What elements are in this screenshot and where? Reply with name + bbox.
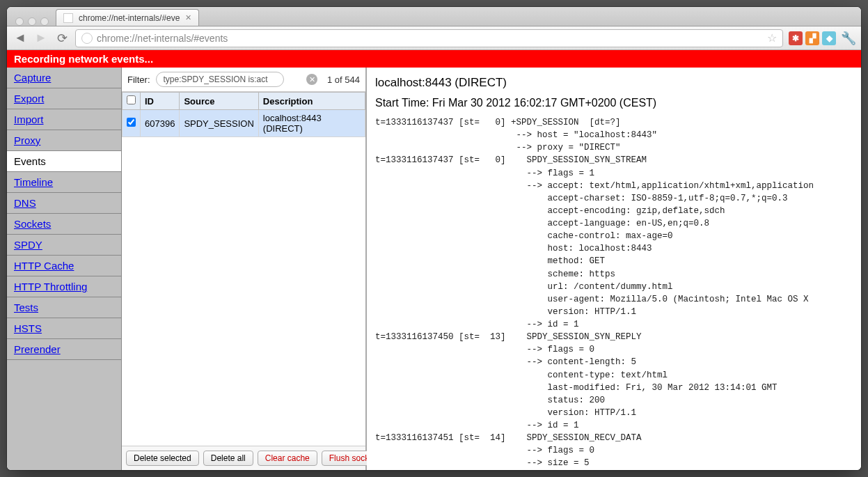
sidebar-item-export[interactable]: Export bbox=[7, 88, 121, 109]
filter-row: Filter: ✕ 1 of 544 bbox=[122, 68, 365, 92]
row-checkbox[interactable] bbox=[127, 118, 136, 127]
sidebar-item-events[interactable]: Events bbox=[7, 151, 121, 172]
tab-strip: chrome://net-internals/#eve ✕ bbox=[7, 7, 861, 26]
cell-description: localhost:8443 (DIRECT) bbox=[258, 110, 365, 137]
clear-cache-button[interactable]: Clear cache bbox=[258, 451, 317, 466]
back-button[interactable]: ◄ bbox=[13, 31, 28, 46]
site-info-icon[interactable] bbox=[81, 33, 93, 44]
column-header-id[interactable]: ID bbox=[141, 93, 180, 110]
filter-input[interactable] bbox=[156, 72, 284, 87]
sidebar-item-import[interactable]: Import bbox=[7, 109, 121, 130]
recording-banner: Recording network events... bbox=[7, 50, 861, 68]
column-header-description[interactable]: Description bbox=[258, 93, 365, 110]
sidebar-item-http-throttling[interactable]: HTTP Throttling bbox=[7, 276, 121, 297]
extension-icons: ✱▞◆ bbox=[789, 31, 836, 45]
column-header-source[interactable]: Source bbox=[180, 93, 258, 110]
url-text: chrome://net-internals/#events bbox=[97, 33, 763, 44]
browser-toolbar: ◄ ► ⟳ chrome://net-internals/#events ☆ ✱… bbox=[7, 26, 861, 50]
sidebar-item-prerender[interactable]: Prerender bbox=[7, 339, 121, 360]
delete-selected-button[interactable]: Delete selected bbox=[126, 451, 199, 466]
forward-button[interactable]: ► bbox=[33, 31, 49, 46]
events-table: ID Source Description 607396SPDY_SESSION… bbox=[122, 92, 365, 137]
sidebar-item-capture[interactable]: Capture bbox=[7, 68, 121, 88]
minimize-window-icon[interactable] bbox=[28, 17, 36, 26]
extension-icon[interactable]: ◆ bbox=[822, 31, 836, 45]
extension-icon[interactable]: ▞ bbox=[805, 31, 819, 45]
detail-start-time: Start Time: Fri Mar 30 2012 16:02:17 GMT… bbox=[375, 97, 853, 109]
zoom-window-icon[interactable] bbox=[40, 17, 49, 26]
sidebar-item-timeline[interactable]: Timeline bbox=[7, 172, 121, 193]
reload-button[interactable]: ⟳ bbox=[54, 31, 70, 46]
clear-filter-icon[interactable]: ✕ bbox=[306, 74, 317, 85]
sidebar: CaptureExportImportProxyEventsTimelineDN… bbox=[7, 68, 122, 470]
close-window-icon[interactable] bbox=[15, 17, 24, 26]
window-controls[interactable] bbox=[11, 13, 56, 26]
browser-window: chrome://net-internals/#eve ✕ ◄ ► ⟳ chro… bbox=[7, 7, 861, 470]
close-tab-icon[interactable]: ✕ bbox=[185, 13, 191, 22]
select-all-header[interactable] bbox=[123, 93, 141, 110]
detail-title: localhost:8443 (DIRECT) bbox=[375, 76, 853, 90]
delete-all-button[interactable]: Delete all bbox=[203, 451, 253, 466]
browser-tab[interactable]: chrome://net-internals/#eve ✕ bbox=[56, 9, 199, 26]
sidebar-item-tests[interactable]: Tests bbox=[7, 297, 121, 318]
table-row[interactable]: 607396SPDY_SESSIONlocalhost:8443 (DIRECT… bbox=[123, 110, 365, 137]
action-button-row: Delete selected Delete all Clear cache F… bbox=[122, 446, 365, 470]
filter-count: 1 of 544 bbox=[327, 75, 360, 85]
sidebar-item-spdy[interactable]: SPDY bbox=[7, 235, 121, 256]
tab-title: chrome://net-internals/#eve bbox=[79, 13, 180, 23]
content-area: CaptureExportImportProxyEventsTimelineDN… bbox=[7, 68, 861, 470]
sidebar-item-http-cache[interactable]: HTTP Cache bbox=[7, 256, 121, 276]
bookmark-star-icon[interactable]: ☆ bbox=[767, 31, 777, 45]
address-bar[interactable]: chrome://net-internals/#events ☆ bbox=[75, 29, 783, 47]
sidebar-item-dns[interactable]: DNS bbox=[7, 193, 121, 214]
sidebar-item-sockets[interactable]: Sockets bbox=[7, 214, 121, 235]
event-detail-panel: localhost:8443 (DIRECT) Start Time: Fri … bbox=[367, 68, 861, 470]
cell-source: SPDY_SESSION bbox=[180, 110, 258, 137]
tab-favicon-icon bbox=[63, 13, 73, 23]
wrench-menu-icon[interactable]: 🔧 bbox=[842, 31, 855, 45]
sidebar-item-hsts[interactable]: HSTS bbox=[7, 318, 121, 339]
sidebar-item-proxy[interactable]: Proxy bbox=[7, 130, 121, 151]
extension-icon[interactable]: ✱ bbox=[789, 31, 803, 45]
select-all-checkbox[interactable] bbox=[127, 95, 136, 104]
event-log: t=1333116137437 [st= 0] +SPDY_SESSION [d… bbox=[375, 116, 853, 470]
events-list-panel: Filter: ✕ 1 of 544 ID Source Description bbox=[122, 68, 367, 470]
cell-id: 607396 bbox=[141, 110, 180, 137]
filter-label: Filter: bbox=[127, 75, 150, 85]
